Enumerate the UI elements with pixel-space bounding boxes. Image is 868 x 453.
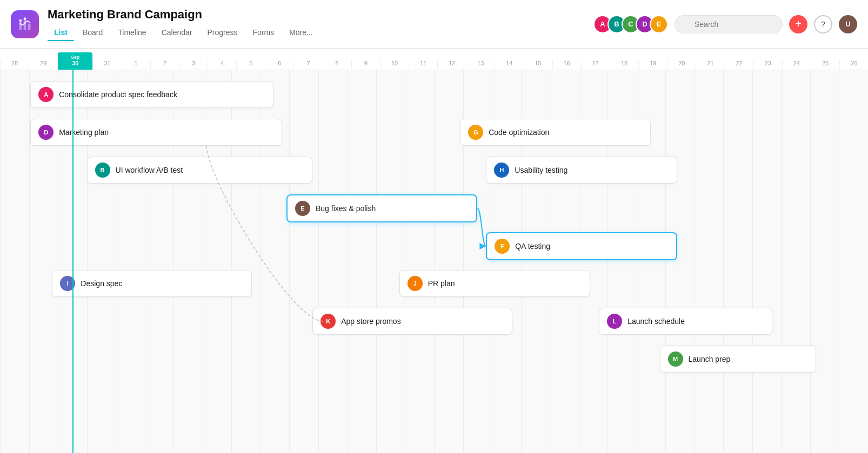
task-avatar-task-9: J — [408, 276, 423, 291]
collaborator-avatar-av5[interactable]: E — [650, 15, 668, 33]
task-avatar-task-11: L — [607, 314, 622, 329]
grid-col-10 — [376, 70, 405, 453]
tab-progress[interactable]: Progress — [201, 25, 244, 41]
task-label-task-12: Launch prep — [689, 355, 731, 363]
task-label-task-3: UI workflow A/B test — [116, 166, 183, 174]
tab-timeline[interactable]: Timeline — [111, 25, 152, 41]
task-card-task-3[interactable]: BUI workflow A/B test — [87, 157, 313, 184]
user-avatar[interactable]: U — [839, 15, 857, 33]
task-label-task-6: Code optimization — [489, 128, 549, 137]
date-cell-17: 17 — [581, 60, 610, 70]
collaborators-group: ABCDE — [593, 15, 668, 33]
task-label-task-4: Bug fixes & polish — [316, 204, 376, 213]
tab-board[interactable]: Board — [76, 25, 109, 41]
task-label-task-2: Marketing plan — [59, 128, 109, 137]
task-avatar-task-3: B — [95, 163, 110, 178]
tab-calendar[interactable]: Calendar — [155, 25, 199, 41]
date-cell-8: 8 — [323, 60, 351, 70]
grid-col-23 — [752, 70, 782, 453]
grid-col-8 — [318, 70, 348, 453]
date-cell-18: 18 — [610, 60, 638, 70]
grid-col-26 — [839, 70, 868, 453]
grid-col-25 — [810, 70, 839, 453]
tab-list[interactable]: List — [48, 25, 74, 41]
task-avatar-task-12: M — [668, 351, 683, 367]
date-cell-14: 14 — [495, 60, 523, 70]
date-ruler: 2829Sep303112345678910111213141516171819… — [0, 49, 868, 70]
grid-col-20 — [665, 70, 695, 453]
date-cell-31: 31 — [92, 60, 121, 70]
grid-col-12 — [434, 70, 463, 453]
timeline-container: 2829Sep303112345678910111213141516171819… — [0, 49, 868, 453]
task-avatar-task-6: G — [468, 125, 483, 140]
task-avatar-task-1: A — [38, 87, 54, 102]
date-cell-7: 7 — [293, 60, 322, 70]
task-label-task-8: Design spec — [81, 279, 122, 288]
page-title: Marketing Brand Campaign — [48, 8, 585, 22]
date-cell-16: 16 — [552, 60, 581, 70]
date-cell-29: 29 — [29, 60, 57, 70]
date-cell-5: 5 — [236, 60, 265, 70]
date-cell-19: 19 — [638, 60, 667, 70]
today-line — [72, 70, 74, 453]
task-card-task-2[interactable]: DMarketing plan — [30, 119, 282, 146]
grid-col-7 — [289, 70, 318, 453]
app-logo[interactable] — [11, 10, 39, 38]
date-cell-10: 10 — [380, 60, 409, 70]
task-card-task-1[interactable]: AConsolidate product spec feedback — [30, 81, 273, 108]
svg-point-0 — [19, 19, 22, 22]
task-card-task-4[interactable]: EBug fixes & polish — [286, 194, 477, 222]
task-label-task-1: Consolidate product spec feedback — [59, 90, 177, 99]
date-cell-11: 11 — [409, 60, 437, 70]
tab-more[interactable]: More... — [283, 25, 319, 41]
date-cell-13: 13 — [466, 60, 495, 70]
add-button[interactable]: + — [789, 15, 807, 33]
header: Marketing Brand Campaign ListBoardTimeli… — [0, 0, 868, 49]
date-cell-2: 2 — [150, 60, 179, 70]
search-input[interactable] — [675, 15, 783, 33]
grid-col-21 — [695, 70, 724, 453]
nav-tabs: ListBoardTimelineCalendarProgressFormsMo… — [48, 25, 585, 41]
date-cell-21: 21 — [696, 60, 724, 70]
task-label-task-7: Usability testing — [515, 166, 567, 174]
task-card-task-12[interactable]: MLaunch prep — [660, 346, 816, 373]
tab-forms[interactable]: Forms — [246, 25, 281, 41]
grid-col-28 — [0, 70, 29, 453]
grid-col-22 — [723, 70, 752, 453]
svg-point-1 — [24, 17, 26, 20]
task-label-task-5: QA testing — [515, 242, 550, 251]
task-card-task-7[interactable]: HUsability testing — [486, 157, 677, 184]
task-card-task-10[interactable]: KApp store promos — [312, 308, 512, 335]
date-cell-20: 20 — [667, 60, 696, 70]
task-avatar-task-7: H — [494, 163, 509, 178]
grid-col-24 — [781, 70, 810, 453]
date-cell-23: 23 — [753, 60, 782, 70]
task-card-task-6[interactable]: GCode optimization — [460, 119, 651, 146]
task-card-task-5[interactable]: FQA testing — [486, 232, 677, 260]
grid-col-9 — [347, 70, 376, 453]
date-cell-6: 6 — [265, 60, 293, 70]
task-avatar-task-10: K — [321, 314, 336, 329]
task-card-task-9[interactable]: JPR plan — [399, 270, 590, 297]
header-title-nav: Marketing Brand Campaign ListBoardTimeli… — [48, 8, 585, 41]
task-card-task-11[interactable]: LLaunch schedule — [599, 308, 772, 335]
task-label-task-11: Launch schedule — [627, 317, 685, 326]
help-button[interactable]: ? — [814, 15, 832, 33]
date-cell-9: 9 — [351, 60, 380, 70]
date-cell-30: Sep30 — [57, 52, 92, 70]
grid-col-11 — [405, 70, 434, 453]
app-logo-icon — [17, 17, 32, 32]
task-card-task-8[interactable]: IDesign spec — [52, 270, 251, 297]
header-right: ABCDE 🔍 + ? U — [593, 15, 857, 33]
task-label-task-10: App store promos — [341, 317, 401, 326]
task-label-task-9: PR plan — [428, 279, 455, 288]
date-cell-22: 22 — [725, 60, 753, 70]
search-wrap: 🔍 — [675, 15, 783, 33]
date-cell-25: 25 — [811, 60, 839, 70]
grid-area: AConsolidate product spec feedbackDMarke… — [0, 70, 868, 453]
task-avatar-task-5: F — [495, 239, 510, 254]
date-cell-1: 1 — [122, 60, 150, 70]
date-cell-26: 26 — [839, 60, 868, 70]
date-cell-15: 15 — [524, 60, 552, 70]
task-avatar-task-2: D — [38, 125, 54, 140]
